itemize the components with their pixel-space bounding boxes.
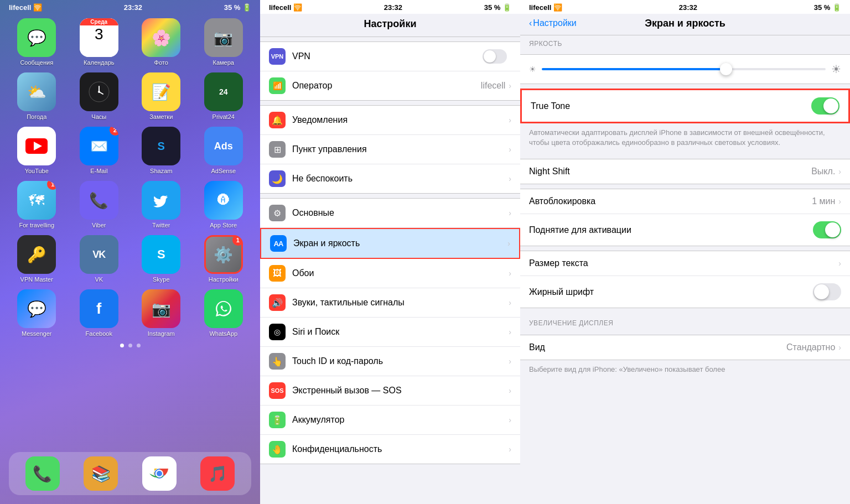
raise-to-wake-row[interactable]: Поднятие для активации — [520, 214, 850, 246]
svg-point-11 — [157, 471, 162, 476]
home-status-bar: lifecell 🛜 23:32 35 % 🔋 — [0, 0, 260, 14]
settings-row-privacy[interactable]: 🤚 Конфиденциальность › — [260, 435, 520, 464]
settings-title: Настройки — [364, 18, 417, 29]
app-twitter[interactable]: Twitter — [133, 181, 189, 228]
privacy-chevron: › — [509, 445, 511, 454]
dock-phone[interactable]: 📞 — [25, 456, 60, 491]
settings-row-display[interactable]: AA Экран и яркость › — [260, 228, 520, 259]
touchid-label: Touch ID и код-пароль — [292, 356, 509, 366]
autolock-row[interactable]: Автоблокировка 1 мин › — [520, 189, 850, 214]
true-tone-toggle[interactable] — [811, 97, 839, 115]
app-shazam[interactable]: S Shazam — [133, 127, 189, 174]
view-row[interactable]: Вид Стандартно › — [520, 335, 850, 360]
night-shift-value: Выкл. — [811, 167, 835, 176]
display-chevron: › — [507, 239, 510, 248]
page-dot-3 — [137, 344, 141, 347]
true-tone-label: True Tone — [531, 101, 811, 111]
app-vk[interactable]: VK VK — [71, 235, 127, 283]
app-skype[interactable]: S Skype — [133, 235, 189, 283]
notifications-icon: 🔔 — [269, 112, 286, 128]
wallpaper-label: Обои — [292, 268, 509, 278]
app-email[interactable]: ✉️ 2 E-Mail — [71, 127, 127, 174]
settings-row-sounds[interactable]: 🔊 Звуки, тактильные сигналы › — [260, 288, 520, 318]
app-camera[interactable]: 📷 Камера — [196, 18, 252, 66]
app-settings[interactable]: ⚙️ 1 Настройки — [196, 235, 252, 283]
brightness-row[interactable]: ☀ ☀ — [520, 55, 850, 84]
settings-row-wallpaper[interactable]: 🖼 Обои › — [260, 259, 520, 288]
operator-label: Оператор — [292, 81, 481, 91]
operator-value: lifecell — [481, 81, 505, 91]
settings-row-control[interactable]: ⊞ Пункт управления › — [260, 135, 520, 164]
night-shift-chevron: › — [838, 167, 841, 176]
raise-to-wake-toggle[interactable] — [813, 221, 841, 238]
settings-row-notifications[interactable]: 🔔 Уведомления › — [260, 106, 520, 135]
app-notes[interactable]: 📝 Заметки — [133, 72, 189, 120]
app-clock[interactable]: Часы — [71, 72, 127, 120]
settings-row-battery[interactable]: 🔋 Аккумулятор › — [260, 406, 520, 435]
text-size-row[interactable]: Размер текста › — [520, 251, 850, 276]
app-vpnmaster[interactable]: 🔑 VPN Master — [9, 235, 65, 283]
battery-label: Аккумулятор — [292, 415, 509, 425]
dock-chrome[interactable] — [142, 456, 177, 491]
siri-label: Siri и Поиск — [292, 327, 509, 337]
wallpaper-icon: 🖼 — [269, 265, 286, 282]
app-facebook[interactable]: f Facebook — [71, 289, 127, 337]
app-privat24[interactable]: 24 Privat24 — [196, 72, 252, 120]
display-carrier: lifecell 🛜 — [529, 3, 562, 12]
dock-music[interactable]: 🎵 — [200, 456, 235, 491]
settings-row-sos[interactable]: SOS Экстренный вызов — SOS › — [260, 376, 520, 406]
settings-status-bar: lifecell 🛜 23:32 35 % 🔋 — [260, 0, 520, 14]
brightness-min-icon: ☀ — [529, 65, 536, 74]
brightness-slider[interactable] — [542, 68, 826, 70]
back-button[interactable]: ‹ Настройки — [529, 18, 577, 28]
vpn-label: VPN — [292, 51, 483, 61]
operator-icon: 📶 — [269, 77, 286, 94]
settings-carrier: lifecell 🛜 — [269, 3, 302, 12]
text-size-chevron: › — [838, 259, 841, 268]
raise-to-wake-label: Поднятие для активации — [529, 225, 813, 235]
settings-row-touchid[interactable]: 👆 Touch ID и код-пароль › — [260, 347, 520, 376]
dock-books[interactable]: 📚 — [84, 456, 118, 491]
settings-row-operator[interactable]: 📶 Оператор lifecell › — [260, 71, 520, 100]
carrier-signal: lifecell 🛜 — [9, 3, 42, 12]
true-tone-toggle-thumb — [823, 98, 838, 113]
app-viber[interactable]: 📞 Viber — [71, 181, 127, 228]
general-chevron: › — [509, 209, 511, 217]
page-dot-2 — [128, 344, 132, 347]
control-label: Пункт управления — [292, 144, 509, 154]
view-description: Выберите вид для iPhone: «Увеличено» пок… — [520, 360, 850, 381]
display-label: Экран и яркость — [293, 238, 507, 248]
settings-row-general[interactable]: ⚙ Основные › — [260, 199, 520, 228]
settings-row-siri[interactable]: ◎ Siri и Поиск › — [260, 318, 520, 347]
app-whatsapp[interactable]: WhatsApp — [196, 289, 252, 337]
app-maps[interactable]: 🗺 1 For travelling — [9, 181, 65, 228]
settings-row-vpn[interactable]: VPN VPN — [260, 42, 520, 71]
bold-text-thumb — [814, 284, 829, 299]
back-label: Настройки — [533, 18, 576, 28]
general-icon: ⚙ — [269, 205, 286, 221]
app-instagram[interactable]: 📷 Instagram — [133, 289, 189, 337]
app-calendar[interactable]: Среда 3 Календарь — [71, 18, 127, 66]
display-zoom-header: УВЕЛИЧЕНИЕ ДИСПЛЕЯ — [520, 308, 850, 330]
bold-text-row[interactable]: Жирный шрифт — [520, 276, 850, 308]
app-youtube[interactable]: YouTube — [9, 127, 65, 174]
true-tone-row[interactable]: True Tone — [522, 90, 848, 122]
app-grid: 💬 Сообщения Среда 3 Календарь 🌸 Фото 📷 К… — [0, 14, 260, 341]
app-photos[interactable]: 🌸 Фото — [133, 18, 189, 66]
time-display: 23:32 — [124, 3, 142, 12]
settings-row-donotdisturb[interactable]: 🌙 Не беспокоить › — [260, 164, 520, 193]
app-weather[interactable]: ⛅ Погода — [9, 72, 65, 120]
brightness-max-icon: ☀ — [831, 63, 841, 76]
app-adsense[interactable]: Ads AdSense — [196, 127, 252, 174]
vpn-toggle[interactable] — [483, 49, 507, 64]
bold-text-toggle[interactable] — [813, 283, 841, 300]
bold-text-label: Жирный шрифт — [529, 287, 813, 297]
general-section: ⚙ Основные › AA Экран и яркость › 🖼 Обои… — [260, 198, 520, 464]
view-chevron: › — [838, 343, 841, 352]
notifications-chevron: › — [509, 116, 511, 124]
night-shift-row[interactable]: Night Shift Выкл. › — [520, 159, 850, 184]
app-messages[interactable]: 💬 Сообщения — [9, 18, 65, 66]
app-appstore[interactable]: 🅐 App Store — [196, 181, 252, 228]
view-label: Вид — [529, 342, 786, 352]
app-messenger[interactable]: 💬 Messenger — [9, 289, 65, 337]
